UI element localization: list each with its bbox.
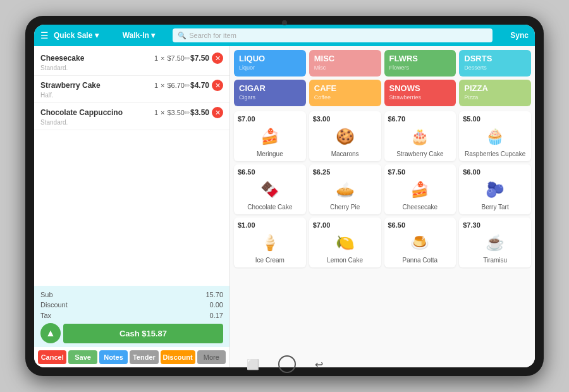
product-name: Berry Tart xyxy=(463,204,527,211)
delete-button[interactable]: ✕ xyxy=(212,80,223,91)
product-card[interactable]: $6.25 🥧 Cherry Pie xyxy=(309,164,381,214)
product-image: 🍋 xyxy=(329,230,361,255)
discount-value: 0.00 xyxy=(210,300,223,310)
right-panel: LIQUO Liquor MISC Misc FLWRS Flowers DSR… xyxy=(230,46,535,367)
category-sub: Desserts xyxy=(464,64,526,71)
category-cafe[interactable]: CAFE Coffee xyxy=(309,80,381,106)
delete-button[interactable]: ✕ xyxy=(212,52,223,64)
product-card[interactable]: $7.50 🍰 Cheesecake xyxy=(384,164,456,214)
product-image: ☕ xyxy=(479,230,511,255)
order-item: Strawberry Cake 1 × $6.70 ✏ $4.70 ✕ Half… xyxy=(34,76,229,103)
product-image: 🍪 xyxy=(329,124,361,149)
category-snows[interactable]: SNOWS Strawberries xyxy=(384,80,456,106)
product-price: $7.00 xyxy=(238,115,302,123)
edit-icon[interactable]: ✏ xyxy=(185,82,190,90)
product-price: $6.50 xyxy=(238,168,302,176)
search-bar[interactable]: 🔍 Search for item xyxy=(173,28,493,42)
sync-button[interactable]: Sync xyxy=(510,31,529,40)
item-qty: 1 xyxy=(154,54,158,62)
cash-button[interactable]: Cash $15.87 xyxy=(63,324,223,343)
category-name: CIGAR xyxy=(239,83,301,93)
product-name: Panna Cotta xyxy=(388,257,453,264)
menu-icon[interactable]: ☰ xyxy=(40,30,49,40)
category-liquo[interactable]: LIQUO Liquor xyxy=(234,50,306,77)
product-price: $6.25 xyxy=(313,168,377,176)
edit-icon[interactable]: ✏ xyxy=(185,109,190,117)
item-variant: Standard. xyxy=(40,64,223,71)
category-sub: Cigars xyxy=(239,94,301,101)
category-sub: Misc xyxy=(314,64,376,71)
category-name: MISC xyxy=(314,54,376,63)
product-price: $6.70 xyxy=(388,115,453,123)
product-price: $6.00 xyxy=(463,168,527,176)
item-qty-price: 1 × $7.50 xyxy=(154,54,185,62)
product-card[interactable]: $3.00 🍪 Macarons xyxy=(309,111,381,161)
edit-icon[interactable]: ✏ xyxy=(185,54,190,63)
product-card[interactable]: $7.00 🍋 Lemon Cake xyxy=(309,217,381,267)
search-icon: 🔍 xyxy=(178,32,187,40)
product-image: 🥧 xyxy=(329,177,361,202)
product-card[interactable]: $6.50 🍫 Chocolate Cake xyxy=(234,164,306,214)
category-name: FLWRS xyxy=(389,54,451,63)
item-qty: 1 xyxy=(154,109,158,116)
product-name: Lemon Cake xyxy=(313,257,377,264)
product-name: Macarons xyxy=(313,150,377,157)
item-total: $4.70 xyxy=(190,81,209,90)
product-card[interactable]: $6.70 🎂 Strawberry Cake xyxy=(384,111,456,161)
left-panel: Cheesecake 1 × $7.50 ✏ $7.50 ✕ Standard.… xyxy=(34,46,230,367)
product-grid: $7.00 🍰 Meringue $3.00 🍪 Macarons $6.70 … xyxy=(234,111,531,267)
product-card[interactable]: $5.00 🧁 Raspberries Cupcake xyxy=(459,111,531,161)
tablet-frame: ☰ Quick Sale ▾ Walk-In ▾ 🔍 Search for it… xyxy=(25,16,544,376)
item-name: Chocolate Cappuccino xyxy=(40,108,154,117)
product-card[interactable]: $1.00 🍦 Ice Cream xyxy=(234,217,306,267)
product-image: 🍮 xyxy=(404,230,436,255)
item-unit-price: $7.50 xyxy=(167,54,185,62)
camera xyxy=(282,20,287,25)
item-variant: Standard. xyxy=(40,119,223,126)
product-card[interactable]: $7.00 🍰 Meringue xyxy=(234,111,306,161)
category-sub: Liquor xyxy=(239,64,301,71)
order-item: Cheesecake 1 × $7.50 ✏ $7.50 ✕ Standard. xyxy=(34,49,229,76)
item-name: Cheesecake xyxy=(40,54,154,63)
category-flwrs[interactable]: FLWRS Flowers xyxy=(384,50,456,77)
product-card[interactable]: $7.30 ☕ Tiramisu xyxy=(459,217,531,267)
product-image: 🎂 xyxy=(404,124,436,149)
discount-label: Discount xyxy=(40,300,68,310)
product-name: Cherry Pie xyxy=(313,204,377,211)
product-price: $3.00 xyxy=(313,115,377,123)
category-name: CAFE xyxy=(314,83,376,93)
sub-value: 15.70 xyxy=(205,290,223,300)
category-name: PIZZA xyxy=(464,83,526,93)
item-qty-price: 1 × $6.70 xyxy=(154,82,185,89)
product-name: Raspberries Cupcake xyxy=(463,150,527,157)
product-price: $7.00 xyxy=(313,221,377,229)
product-price: $6.50 xyxy=(388,221,453,229)
tablet-nav-bar: ⬜ ↩ xyxy=(25,355,544,373)
category-sub: Strawberries xyxy=(389,94,451,101)
category-sub: Flowers xyxy=(389,64,451,71)
product-price: $1.00 xyxy=(238,221,302,229)
category-misc[interactable]: MISC Misc xyxy=(309,50,381,77)
up-arrow-button[interactable]: ▲ xyxy=(40,323,61,343)
category-name: DSRTS xyxy=(464,54,526,63)
product-name: Cheesecake xyxy=(388,204,453,211)
category-cigar[interactable]: CIGAR Cigars xyxy=(234,80,306,106)
product-card[interactable]: $6.00 🫐 Berry Tart xyxy=(459,164,531,214)
category-name: SNOWS xyxy=(389,83,451,93)
back-icon[interactable]: ↩ xyxy=(315,358,323,371)
product-card[interactable]: $6.50 🍮 Panna Cotta xyxy=(384,217,456,267)
item-unit-price: $6.70 xyxy=(167,82,185,89)
delete-button[interactable]: ✕ xyxy=(212,107,223,118)
walkin-button[interactable]: Walk-In ▾ xyxy=(123,31,156,40)
category-pizza[interactable]: PIZZA Pizza xyxy=(459,80,531,106)
product-name: Strawberry Cake xyxy=(388,150,453,157)
home-icon[interactable] xyxy=(278,355,296,373)
main-content: Cheesecake 1 × $7.50 ✏ $7.50 ✕ Standard.… xyxy=(34,46,535,367)
item-qty: 1 xyxy=(154,82,158,89)
product-price: $7.50 xyxy=(388,168,453,176)
product-price: $5.00 xyxy=(463,115,527,123)
quick-sale-button[interactable]: Quick Sale ▾ xyxy=(54,31,99,40)
category-dsrts[interactable]: DSRTS Desserts xyxy=(459,50,531,77)
recent-apps-icon[interactable]: ⬜ xyxy=(247,358,259,371)
category-grid: LIQUO Liquor MISC Misc FLWRS Flowers DSR… xyxy=(234,50,531,106)
